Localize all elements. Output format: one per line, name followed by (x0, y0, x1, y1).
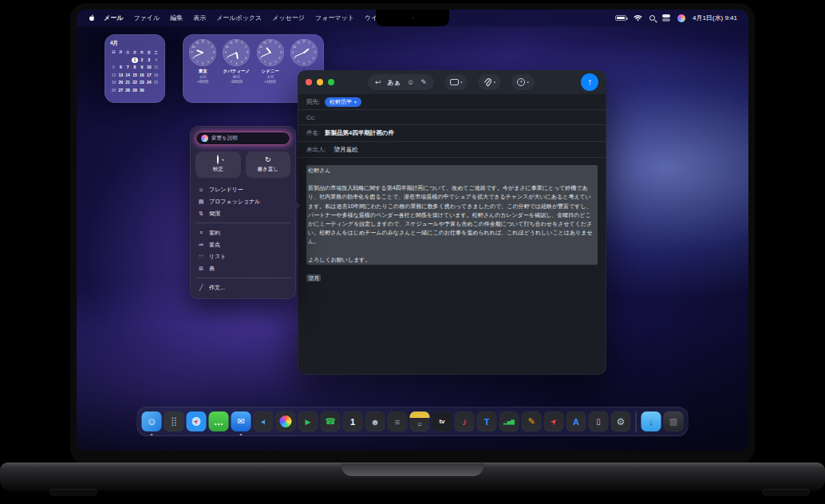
close-button[interactable] (306, 79, 312, 85)
battery-icon[interactable] (615, 15, 626, 21)
calendar-day[interactable]: 7 (124, 65, 132, 70)
calendar-day[interactable]: 25 (152, 80, 160, 85)
calendar-day[interactable]: 27 (117, 88, 124, 93)
calendar-day[interactable]: 18 (152, 73, 160, 78)
menu-item-フォーマット[interactable]: フォーマット (315, 14, 354, 22)
cc-field[interactable]: Cc: (298, 110, 606, 125)
calendar-day[interactable]: 13 (117, 73, 124, 78)
dock-item-numbers[interactable]: ▂▅▇ (499, 411, 519, 431)
dock-item-maps[interactable]: ➤ (254, 411, 274, 431)
dock-item-photos[interactable] (276, 411, 296, 431)
dock-item-downloads[interactable]: ↓ (641, 411, 661, 431)
dock-item-facetime[interactable]: ▶ (298, 411, 318, 431)
to-field[interactable]: 宛先: 松野浩平 ▾ (298, 94, 606, 110)
calendar-day[interactable] (152, 88, 160, 93)
message-body-editor[interactable]: 松野さん 新製品の市場投入戦略に関する第4四半期計画について、改めてご連絡です。… (298, 158, 606, 289)
emoji-icon[interactable]: ☺ (407, 78, 414, 86)
calendar-day[interactable]: 30 (138, 88, 145, 93)
calendar-day[interactable]: 10 (145, 65, 152, 70)
menu-item-編集[interactable]: 編集 (170, 14, 183, 22)
menu-item-メール[interactable]: メール (104, 14, 123, 22)
calendar-day[interactable]: 26 (110, 88, 117, 93)
menu-bar-clock[interactable]: 4月1日(水) 9:41 (693, 14, 737, 22)
calendar-day[interactable]: 14 (124, 73, 132, 78)
option-表[interactable]: ⊞表 (195, 262, 290, 274)
menu-item-ファイル[interactable]: ファイル (133, 14, 160, 22)
calendar-day[interactable]: 15 (132, 73, 139, 78)
subject-field[interactable]: 件名: 新製品第4四半期計画の件 (298, 125, 606, 142)
apple-menu-icon[interactable] (88, 14, 96, 22)
calendar-day[interactable]: 24 (145, 80, 152, 85)
calendar-day[interactable] (117, 57, 124, 63)
dock-item-rocket[interactable]: ➤ (544, 411, 564, 431)
option-プロフェッショナル[interactable]: ▤プロフェッショナル (195, 195, 290, 207)
insert-button[interactable]: + ▾ (511, 74, 535, 90)
option-簡潔[interactable]: ⇅簡潔 (195, 207, 290, 219)
calendar-day[interactable]: 12 (110, 73, 117, 78)
calendar-day[interactable] (124, 57, 132, 63)
calendar-day[interactable] (145, 88, 152, 93)
calendar-day[interactable] (110, 57, 117, 63)
recipient-token[interactable]: 松野浩平 ▾ (325, 97, 361, 107)
calendar-day[interactable]: 23 (138, 80, 145, 85)
minimize-button[interactable] (317, 79, 323, 85)
calendar-day[interactable]: 11 (152, 65, 160, 70)
rewrite-button[interactable]: ↻書き直し (246, 152, 291, 178)
calendar-day[interactable]: 4 (152, 57, 160, 63)
dock-item-messages[interactable]: … (209, 411, 229, 431)
menu-item-メールボックス[interactable]: メールボックス (216, 14, 262, 22)
calendar-day[interactable]: 17 (145, 73, 152, 78)
calendar-day[interactable]: 5 (110, 65, 117, 70)
dock-item-pages[interactable]: ✎ (522, 411, 542, 431)
calendar-day[interactable]: 9 (138, 65, 145, 70)
calendar-day[interactable]: 16 (138, 73, 145, 78)
dock-item-keynote[interactable]: T (477, 411, 497, 431)
wifi-icon[interactable] (634, 14, 642, 22)
dock-item-trash[interactable]: ▥ (664, 411, 684, 431)
attachment-button[interactable]: ▾ (478, 74, 501, 90)
dock-item-launchpad[interactable]: ⣿ (164, 411, 184, 431)
photo-browser-button[interactable]: ▾ (444, 74, 468, 90)
option-要点[interactable]: ≔要点 (195, 238, 290, 250)
calendar-day[interactable]: 29 (132, 88, 139, 93)
dock-item-mail[interactable]: ✉ (231, 411, 251, 431)
dock-item-finder[interactable]: ☺ (142, 411, 162, 431)
calendar-day[interactable]: 20 (117, 80, 124, 85)
zoom-button[interactable] (328, 79, 334, 85)
dock-item-phone[interactable]: ☎ (321, 411, 341, 431)
dock-item-notes[interactable]: ≡ (410, 411, 430, 431)
dock-item-settings[interactable]: ⚙ (611, 411, 631, 431)
send-button[interactable]: ↑ (581, 73, 598, 91)
format-text-button[interactable]: あぁ (388, 78, 401, 87)
calendar-day[interactable]: 8 (132, 65, 139, 70)
from-field[interactable]: 差出人: 望月嘉絵 (298, 142, 606, 158)
calendar-day[interactable]: 3 (145, 57, 152, 63)
calendar-day[interactable]: 21 (124, 80, 132, 85)
calendar-day[interactable]: 6 (117, 65, 124, 70)
calendar-day[interactable]: 19 (110, 80, 117, 85)
option-リスト[interactable]: ∷リスト (195, 250, 290, 262)
dock-item-safari[interactable]: ➤ (187, 411, 207, 431)
describe-change-input[interactable]: 変更を説明 (195, 132, 290, 145)
spotlight-search-icon[interactable] (649, 15, 655, 21)
calendar-day[interactable]: 2 (138, 57, 145, 63)
option-作文...[interactable]: ╱作文... (195, 282, 290, 293)
writing-tools-icon[interactable]: ✎ (420, 78, 427, 86)
dock-item-contacts[interactable]: ☻ (365, 411, 385, 431)
dock-item-iphone-mirroring[interactable]: ▯ (589, 411, 609, 431)
dock-item-reminders[interactable]: ≡ (388, 411, 408, 431)
proofread-button[interactable]: 校正 (195, 152, 241, 178)
dock-item-music[interactable]: ♪ (455, 411, 475, 431)
dock-item-calendar[interactable]: 1 (343, 411, 363, 431)
calendar-day[interactable]: 22 (132, 80, 139, 85)
calendar-day[interactable]: 28 (124, 88, 132, 93)
option-フレンドリー[interactable]: ☺フレンドリー (195, 183, 290, 195)
control-center-icon[interactable] (662, 14, 670, 22)
siri-icon[interactable] (677, 14, 685, 22)
option-要約[interactable]: ≡要約 (195, 226, 290, 238)
calendar-day[interactable]: 1 (132, 57, 139, 63)
calendar-widget[interactable]: 4月 日月火水木金土123456789101112131415161718192… (105, 34, 165, 103)
undo-icon[interactable]: ↩ (375, 78, 381, 86)
menu-item-表示[interactable]: 表示 (193, 14, 206, 22)
dock-item-app-store[interactable]: A (566, 411, 586, 431)
